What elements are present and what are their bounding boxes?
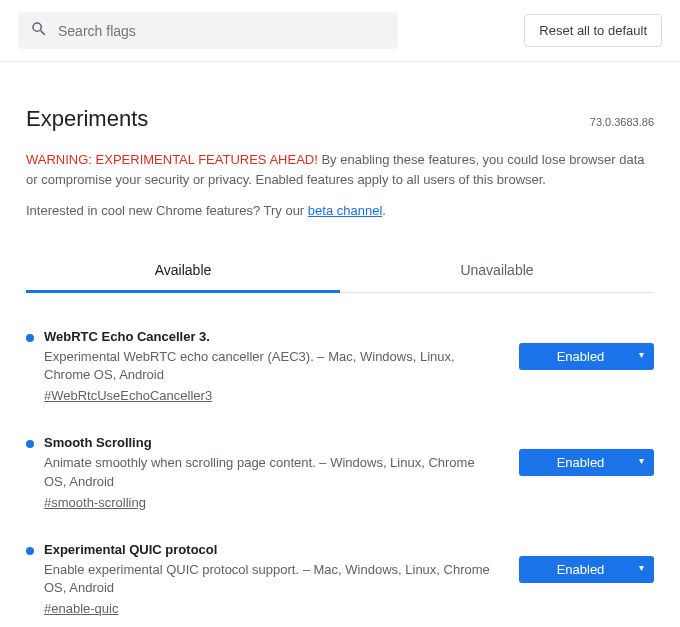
search-input[interactable]: [58, 23, 386, 39]
interest-line: Interested in cool new Chrome features? …: [26, 203, 654, 218]
search-icon: [30, 20, 58, 41]
tab-available[interactable]: Available: [26, 248, 340, 292]
flag-hash-link[interactable]: #enable-quic: [44, 601, 118, 616]
tab-unavailable[interactable]: Unavailable: [340, 248, 654, 292]
version-label: 73.0.3683.86: [590, 116, 654, 128]
status-dot-icon: [26, 440, 34, 448]
flag-state-select[interactable]: Enabled: [519, 556, 654, 583]
content: Experiments 73.0.3683.86 WARNING: EXPERI…: [0, 62, 680, 627]
reset-all-button[interactable]: Reset all to default: [524, 14, 662, 47]
flag-body: Smooth Scrolling Animate smoothly when s…: [44, 435, 509, 509]
search-box[interactable]: [18, 12, 398, 49]
flag-description: Enable experimental QUIC protocol suppor…: [44, 561, 497, 597]
interest-post: .: [382, 203, 386, 218]
tabs: Available Unavailable: [26, 248, 654, 293]
flag-state-select[interactable]: Enabled: [519, 449, 654, 476]
flag-title: Smooth Scrolling: [44, 435, 497, 450]
status-dot-icon: [26, 334, 34, 342]
status-dot-icon: [26, 547, 34, 555]
interest-pre: Interested in cool new Chrome features? …: [26, 203, 308, 218]
flag-description: Experimental WebRTC echo canceller (AEC3…: [44, 348, 497, 384]
flag-select-wrap: Enabled: [519, 435, 654, 476]
flag-row: Experimental QUIC protocol Enable experi…: [26, 528, 654, 627]
flag-body: WebRTC Echo Canceller 3. Experimental We…: [44, 329, 509, 403]
flag-select-wrap: Enabled: [519, 542, 654, 583]
flag-hash-link[interactable]: #WebRtcUseEchoCanceller3: [44, 388, 212, 403]
flag-state-select[interactable]: Enabled: [519, 343, 654, 370]
header-row: Experiments 73.0.3683.86: [26, 106, 654, 132]
beta-channel-link[interactable]: beta channel: [308, 203, 382, 218]
flag-row: WebRTC Echo Canceller 3. Experimental We…: [26, 315, 654, 421]
flag-body: Experimental QUIC protocol Enable experi…: [44, 542, 509, 616]
flag-title: Experimental QUIC protocol: [44, 542, 497, 557]
warning-head: WARNING: EXPERIMENTAL FEATURES AHEAD!: [26, 152, 318, 167]
page-title: Experiments: [26, 106, 148, 132]
flag-select-wrap: Enabled: [519, 329, 654, 370]
flag-list: WebRTC Echo Canceller 3. Experimental We…: [26, 315, 654, 627]
flag-description: Animate smoothly when scrolling page con…: [44, 454, 497, 490]
flag-row: Smooth Scrolling Animate smoothly when s…: [26, 421, 654, 527]
flag-hash-link[interactable]: #smooth-scrolling: [44, 495, 146, 510]
warning-block: WARNING: EXPERIMENTAL FEATURES AHEAD! By…: [26, 150, 654, 189]
flag-title: WebRTC Echo Canceller 3.: [44, 329, 497, 344]
top-bar: Reset all to default: [0, 0, 680, 62]
